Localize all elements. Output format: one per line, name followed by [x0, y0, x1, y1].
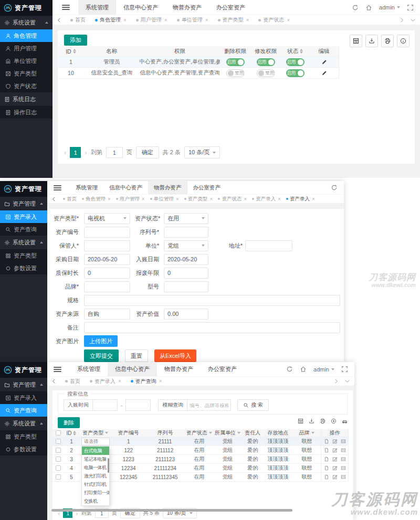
fuzzy-search-input[interactable]	[187, 399, 231, 411]
sidebar-item-asset-type[interactable]: 资产类型	[0, 249, 47, 262]
breadcrumb-tab[interactable]: 资产状态×	[215, 195, 249, 203]
row-checkbox[interactable]	[56, 439, 61, 444]
dropdown-option[interactable]: 针式打印机	[82, 480, 109, 489]
sidebar-section-asset-management[interactable]: 资产管理	[0, 378, 47, 391]
nav-tab[interactable]: 物普办资产	[165, 0, 209, 15]
sidebar-item-asset-query[interactable]: 资产查询	[0, 404, 47, 417]
scrap-years-input[interactable]	[164, 268, 208, 279]
nav-tab[interactable]: 物普办资产	[157, 362, 201, 376]
row-checkbox[interactable]	[56, 448, 61, 453]
sidebar-section-system-settings[interactable]: 系统设置	[0, 417, 47, 430]
edit-icon[interactable]	[332, 465, 338, 471]
next-page-icon[interactable]: ›	[85, 148, 87, 156]
sidebar-item-asset-entry[interactable]: 资产录入	[0, 210, 47, 223]
asset-type-select[interactable]: 电视机	[84, 213, 130, 224]
column-header[interactable]: 状态	[281, 46, 309, 57]
sidebar-item-asset-type[interactable]: 资产类型	[0, 67, 52, 80]
column-header[interactable]: 编辑	[309, 46, 339, 57]
modify-permission-toggle[interactable]: 启用	[257, 58, 275, 66]
card-icon[interactable]	[341, 457, 346, 462]
horizontal-scrollbar[interactable]	[51, 509, 292, 512]
close-icon[interactable]: ×	[244, 196, 247, 202]
column-header[interactable]: 操作	[321, 429, 348, 437]
warranty-input[interactable]	[84, 268, 130, 279]
close-icon[interactable]: ×	[205, 17, 208, 23]
sidebar-section-system-log[interactable]: 系统日志	[0, 92, 52, 106]
menu-toggle-icon[interactable]	[54, 185, 61, 190]
asset-status-select[interactable]: 在用	[164, 213, 208, 224]
purchase-date-input[interactable]	[84, 254, 130, 265]
filter-icon[interactable]	[311, 432, 314, 434]
print-icon[interactable]	[381, 35, 394, 47]
app-logo[interactable]: 资产管理	[0, 0, 52, 16]
user-menu[interactable]: admin	[379, 4, 400, 10]
type-select[interactable]: 请选择	[81, 438, 110, 445]
tabs-scroll-left-icon[interactable]	[47, 196, 60, 202]
print-icon[interactable]	[320, 418, 326, 424]
remark-input[interactable]	[84, 322, 340, 333]
breadcrumb-tab[interactable]: 单位管理×	[148, 195, 182, 203]
menu-toggle-icon[interactable]	[54, 367, 61, 372]
sidebar-section-asset-management[interactable]: 资产管理	[0, 197, 47, 210]
nav-tab[interactable]: 物普办资产	[148, 181, 187, 194]
submit-button[interactable]: 立即提交	[84, 349, 119, 362]
column-header[interactable]: 存放地点	[263, 429, 292, 437]
goto-page-input[interactable]	[106, 147, 123, 158]
dropdown-option[interactable]: 打印复印一体机	[82, 489, 109, 497]
edit-icon[interactable]	[332, 457, 338, 462]
filter-columns-icon[interactable]	[298, 418, 303, 424]
column-header[interactable]: 权限	[140, 46, 220, 57]
serial-input[interactable]	[164, 227, 208, 238]
close-icon[interactable]: ×	[159, 378, 162, 384]
row-checkbox[interactable]	[56, 457, 61, 462]
nav-tab[interactable]: 办公室资产	[187, 181, 227, 194]
close-icon[interactable]: ×	[176, 196, 179, 202]
breadcrumb-tab[interactable]: 首页×	[60, 377, 85, 386]
sort-icon[interactable]	[73, 49, 76, 54]
row-checkbox[interactable]	[56, 474, 61, 480]
dropdown-option[interactable]: 笔记本电脑	[82, 455, 109, 463]
close-icon[interactable]: ×	[287, 17, 290, 23]
column-header[interactable]: 所属单位	[213, 429, 242, 437]
chevron-right-icon[interactable]	[333, 378, 339, 384]
dropdown-option[interactable]: 台式电脑	[82, 447, 109, 455]
close-icon[interactable]: ×	[278, 196, 281, 202]
view-icon[interactable]	[324, 465, 329, 471]
sidebar-item-user-management[interactable]: 用户管理	[0, 42, 52, 55]
add-button[interactable]: 添加	[64, 35, 87, 46]
card-icon[interactable]	[341, 439, 346, 444]
close-icon[interactable]: ×	[142, 196, 145, 202]
home-icon[interactable]	[300, 366, 307, 373]
fullscreen-icon[interactable]	[407, 4, 414, 11]
unit-select[interactable]: 党组	[164, 240, 208, 251]
breadcrumb-tab[interactable]: 资产状态×	[254, 15, 295, 25]
delete-permission-toggle[interactable]: 启用	[226, 58, 245, 66]
sidebar-section-system-settings[interactable]: 系统设置	[0, 16, 52, 29]
breadcrumb-tab[interactable]: 角色管理×	[90, 15, 131, 25]
breadcrumb-tab[interactable]: 资产录入×	[85, 377, 126, 386]
card-icon[interactable]	[341, 448, 346, 453]
sidebar-section-system-settings[interactable]: 系统设置	[0, 236, 47, 249]
nav-tab[interactable]: 信息中心资产	[116, 0, 165, 15]
nav-tab[interactable]: 办公室资产	[201, 362, 244, 376]
status-toggle[interactable]: 启用	[286, 58, 304, 66]
search-button[interactable]: 搜 索	[237, 399, 269, 411]
view-icon[interactable]	[324, 448, 329, 453]
upload-image-button[interactable]: 上传图片	[84, 335, 118, 347]
prev-page-icon[interactable]: ‹	[64, 148, 66, 156]
sidebar-item-parameter-settings[interactable]: 参数设置	[0, 443, 47, 455]
more-tools-icon[interactable]	[342, 418, 348, 424]
close-icon[interactable]: ×	[108, 196, 111, 202]
filter-icon[interactable]	[237, 432, 240, 434]
date-from-input[interactable]	[92, 399, 118, 411]
export-icon[interactable]	[365, 35, 378, 47]
edit-icon[interactable]	[332, 439, 338, 444]
brand-input[interactable]	[84, 281, 130, 292]
nav-tab[interactable]: 信息中心资产	[108, 362, 157, 376]
app-logo[interactable]: 资产管理	[0, 362, 47, 378]
status-toggle[interactable]: 启用	[286, 69, 304, 77]
view-icon[interactable]	[324, 457, 329, 462]
table-row[interactable]: 1 请选择 1 21111 在用 党组 爱的 顶顶顶顶 联想	[52, 437, 348, 446]
card-icon[interactable]	[341, 465, 346, 471]
column-header[interactable]: ID	[64, 429, 79, 437]
